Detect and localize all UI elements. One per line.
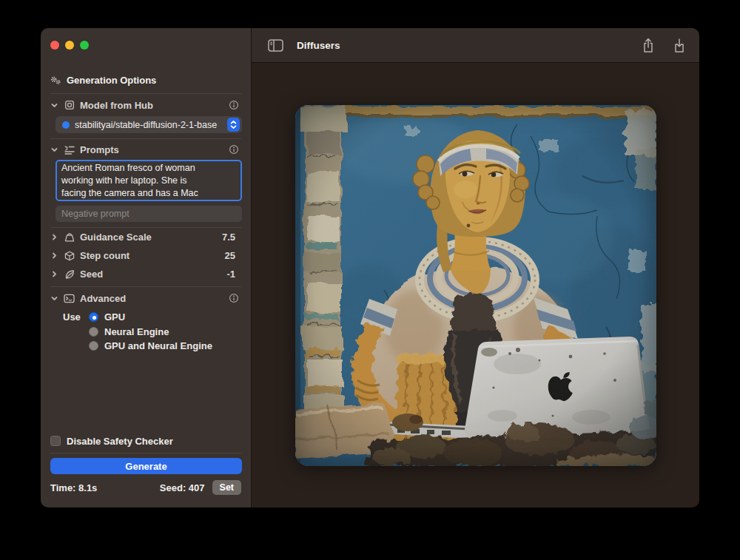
toolbar-actions (642, 38, 686, 53)
param-value: 25 (225, 250, 235, 261)
radio-gpu[interactable] (89, 312, 98, 322)
model-section-label: Model from Hub (80, 100, 153, 111)
param-label: Seed (80, 269, 103, 280)
model-select[interactable]: stabilityai/stable-diffusion-2-1-base (56, 116, 242, 133)
param-value: 7.5 (222, 232, 235, 243)
traffic-lights (50, 41, 241, 50)
seed-status: Seed: 407 (160, 482, 205, 493)
time-status: Time: 8.1s (50, 482, 97, 493)
set-seed-button[interactable]: Set (212, 480, 241, 495)
radio-gpu-and-neural-engine[interactable] (89, 341, 98, 351)
section-prompts[interactable]: Prompts (50, 141, 241, 158)
gears-icon (50, 75, 61, 86)
separator (50, 286, 241, 287)
info-icon[interactable] (229, 144, 239, 155)
param-row-step-count[interactable]: Step count 25 (50, 246, 241, 265)
param-value: -1 (226, 269, 235, 280)
param-row-seed[interactable]: Seed -1 (50, 265, 241, 283)
chevron-right-icon (50, 252, 58, 260)
radio-label: GPU (104, 311, 125, 323)
radio-row-gpu-and-neural-engine[interactable]: GPU and Neural Engine (50, 339, 241, 354)
prompt-input[interactable]: Ancient Roman fresco of woman working wi… (56, 160, 242, 201)
radio-neural-engine[interactable] (89, 327, 98, 337)
desktop: Generation Options Model from Hub stabil… (0, 0, 740, 560)
sidebar-toggle-icon[interactable] (268, 39, 283, 52)
chevron-down-icon (50, 146, 58, 154)
text-quote-icon (64, 145, 75, 155)
param-label: Guidance Scale (80, 232, 152, 243)
chevron-down-icon (50, 294, 58, 303)
chevron-down-icon (50, 101, 58, 109)
param-label: Step count (80, 250, 130, 261)
model-select-value: stabilityai/stable-diffusion-2-1-base (75, 120, 222, 130)
leaf-icon (64, 269, 75, 280)
minimize-button[interactable] (65, 41, 74, 50)
app-window: Generation Options Model from Hub stabil… (41, 28, 699, 507)
sidebar-header: Generation Options (50, 74, 241, 87)
titlebar: Diffusers (252, 28, 699, 63)
section-advanced[interactable]: Advanced (50, 289, 241, 307)
radio-row-neural-engine[interactable]: Neural Engine (50, 325, 241, 340)
stepper-icon (227, 118, 240, 132)
prompts-section-label: Prompts (80, 144, 119, 155)
image-canvas (252, 63, 699, 507)
param-row-guidance-scale[interactable]: Guidance Scale 7.5 (50, 228, 241, 246)
cpu-icon (64, 100, 75, 110)
sidebar-title: Generation Options (67, 75, 156, 86)
safety-checker-row[interactable]: Disable Safety Checker (50, 435, 241, 447)
fresco-illustration (295, 105, 656, 466)
sidebar: Generation Options Model from Hub stabil… (41, 28, 252, 507)
scale-mass-icon (64, 232, 75, 243)
radio-label: GPU and Neural Engine (104, 340, 212, 351)
compute-unit-radio-group: Use GPU Neural Engine GPU and Neural Eng… (50, 310, 241, 354)
use-label: Use (63, 311, 83, 323)
separator (50, 138, 241, 139)
section-model-from-hub[interactable]: Model from Hub (50, 96, 241, 114)
separator (50, 453, 241, 453)
close-button[interactable] (50, 41, 59, 50)
save-icon[interactable] (673, 38, 686, 53)
main-area: Diffusers (252, 28, 699, 507)
negative-prompt-input[interactable]: Negative prompt (56, 206, 242, 222)
radio-label: Neural Engine (104, 326, 169, 337)
generate-button[interactable]: Generate (50, 458, 242, 474)
window-title: Diffusers (297, 40, 340, 51)
terminal-icon (64, 294, 75, 303)
advanced-section-label: Advanced (80, 293, 126, 304)
cube-icon (64, 251, 75, 261)
zoom-button[interactable] (80, 41, 89, 50)
status-bar: Time: 8.1s Seed: 407 Set (50, 480, 241, 495)
chevron-right-icon (50, 233, 58, 241)
chevron-right-icon (50, 270, 58, 278)
disable-safety-checkbox[interactable] (50, 436, 61, 446)
model-status-dot (62, 121, 70, 129)
info-icon[interactable] (229, 293, 239, 303)
separator (50, 93, 241, 94)
share-icon[interactable] (642, 38, 655, 53)
sidebar-spacer (50, 354, 241, 436)
info-icon[interactable] (229, 100, 239, 110)
radio-row-gpu[interactable]: Use GPU (50, 310, 241, 325)
safety-checkbox-label: Disable Safety Checker (67, 436, 173, 447)
generated-image (295, 105, 656, 466)
